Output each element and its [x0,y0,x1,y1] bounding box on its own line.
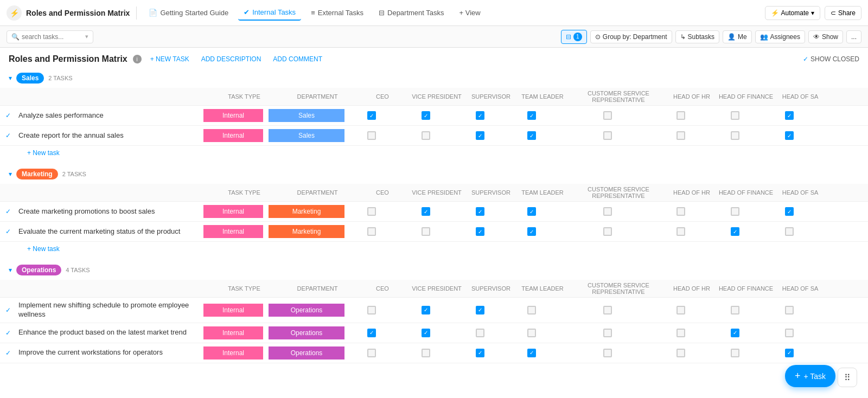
tab-getting-started[interactable]: 📄 Getting Started Guide [143,5,234,20]
dept-badge[interactable]: Sales [269,129,344,142]
supervisor-checkbox[interactable] [476,349,484,357]
type-badge[interactable]: Internal [203,109,263,122]
task-check-icon[interactable]: ✓ [0,208,16,215]
show-button[interactable]: 👁 Show [808,30,843,43]
type-badge[interactable]: Internal [203,304,263,317]
head-sa-checkbox[interactable] [785,306,794,314]
assignees-button[interactable]: 👥 Assignees [755,30,805,43]
head-finance-checkbox[interactable] [731,111,739,120]
head-sa-checkbox[interactable] [785,131,794,140]
head-hr-checkbox[interactable] [676,131,685,140]
head-hr-checkbox[interactable] [676,329,685,337]
tab-department-tasks[interactable]: ⊟ Department Tasks [373,5,450,20]
type-badge[interactable]: Internal [203,326,263,339]
new-task-marketing[interactable]: + New task [0,242,868,256]
type-badge[interactable]: Internal [203,346,263,360]
vp-checkbox[interactable] [422,131,430,140]
search-input[interactable] [22,33,83,41]
vp-checkbox[interactable] [422,227,430,236]
team-leader-checkbox[interactable] [527,329,536,337]
supervisor-checkbox[interactable] [476,131,484,140]
head-sa-checkbox[interactable] [785,329,794,337]
ceo-checkbox[interactable] [367,111,376,120]
csr-checkbox[interactable] [603,131,612,140]
head-finance-checkbox[interactable] [731,306,739,314]
group-operations-label[interactable]: Operations [16,265,61,275]
add-task-fab[interactable]: + + Task [785,365,835,368]
csr-checkbox[interactable] [603,111,612,120]
head-finance-checkbox[interactable] [731,227,739,236]
head-sa-checkbox[interactable] [785,111,794,120]
task-check-icon[interactable]: ✓ [0,112,16,119]
supervisor-checkbox[interactable] [476,111,484,120]
head-hr-checkbox[interactable] [676,227,685,236]
show-closed-button[interactable]: ✓ SHOW CLOSED [803,55,859,63]
group-by-button[interactable]: ⊙ Group by: Department [590,30,672,43]
head-hr-checkbox[interactable] [676,207,685,216]
share-button[interactable]: ⊂ Share [825,6,861,20]
filter-button[interactable]: ⊟ 1 [561,30,587,44]
tab-add-view[interactable]: + View [454,5,486,20]
team-leader-checkbox[interactable] [527,111,536,120]
group-sales-toggle[interactable]: ▾ [9,74,12,82]
vp-checkbox[interactable] [422,306,430,314]
info-icon[interactable]: i [133,55,142,63]
team-leader-checkbox[interactable] [527,131,536,140]
add-description-button[interactable]: ADD DESCRIPTION [198,54,265,64]
ceo-checkbox[interactable] [367,329,376,337]
supervisor-checkbox[interactable] [476,306,484,314]
supervisor-checkbox[interactable] [476,207,484,216]
search-box[interactable]: 🔍 ▾ [7,30,93,43]
group-sales-label[interactable]: Sales [16,73,44,84]
csr-checkbox[interactable] [603,227,612,236]
csr-checkbox[interactable] [603,349,612,357]
team-leader-checkbox[interactable] [527,306,536,314]
csr-checkbox[interactable] [603,306,612,314]
chevron-down-icon[interactable]: ▾ [85,33,88,40]
supervisor-checkbox[interactable] [476,329,484,337]
csr-checkbox[interactable] [603,329,612,337]
vp-checkbox[interactable] [422,111,430,120]
csr-checkbox[interactable] [603,207,612,216]
dept-badge[interactable]: Operations [269,346,344,360]
dept-badge[interactable]: Marketing [269,225,344,238]
ceo-checkbox[interactable] [367,349,376,357]
task-check-icon[interactable]: ✓ [0,228,16,235]
group-operations-toggle[interactable]: ▾ [9,266,12,274]
head-sa-checkbox[interactable] [785,349,794,357]
head-finance-checkbox[interactable] [731,207,739,216]
automate-button[interactable]: ⚡ Automate ▾ [765,6,820,20]
head-sa-checkbox[interactable] [785,207,794,216]
ceo-checkbox[interactable] [367,207,376,216]
add-comment-button[interactable]: ADD COMMENT [270,54,326,64]
me-button[interactable]: 👤 Me [723,30,752,43]
head-hr-checkbox[interactable] [676,349,685,357]
tab-internal-tasks[interactable]: ✔ Internal Tasks [238,5,301,21]
group-marketing-toggle[interactable]: ▾ [9,170,12,178]
subtasks-button[interactable]: ↳ Subtasks [675,30,719,43]
supervisor-checkbox[interactable] [476,227,484,236]
head-finance-checkbox[interactable] [731,329,739,337]
type-badge[interactable]: Internal [203,225,263,238]
task-check-icon[interactable]: ✓ [0,349,16,357]
type-badge[interactable]: Internal [203,205,263,218]
vp-checkbox[interactable] [422,349,430,357]
team-leader-checkbox[interactable] [527,349,536,357]
head-hr-checkbox[interactable] [676,111,685,120]
task-check-icon[interactable]: ✓ [0,132,16,139]
group-marketing-label[interactable]: Marketing [16,169,58,179]
vp-checkbox[interactable] [422,207,430,216]
task-check-icon[interactable]: ✓ [0,306,16,314]
head-finance-checkbox[interactable] [731,131,739,140]
ceo-checkbox[interactable] [367,306,376,314]
new-task-header-button[interactable]: + NEW TASK [147,54,193,64]
task-check-icon[interactable]: ✓ [0,329,16,337]
dept-badge[interactable]: Marketing [269,205,344,218]
dept-badge[interactable]: Operations [269,304,344,317]
head-finance-checkbox[interactable] [731,349,739,357]
team-leader-checkbox[interactable] [527,207,536,216]
head-hr-checkbox[interactable] [676,306,685,314]
tab-external-tasks[interactable]: ≡ External Tasks [305,5,369,20]
vp-checkbox[interactable] [422,329,430,337]
team-leader-checkbox[interactable] [527,227,536,236]
